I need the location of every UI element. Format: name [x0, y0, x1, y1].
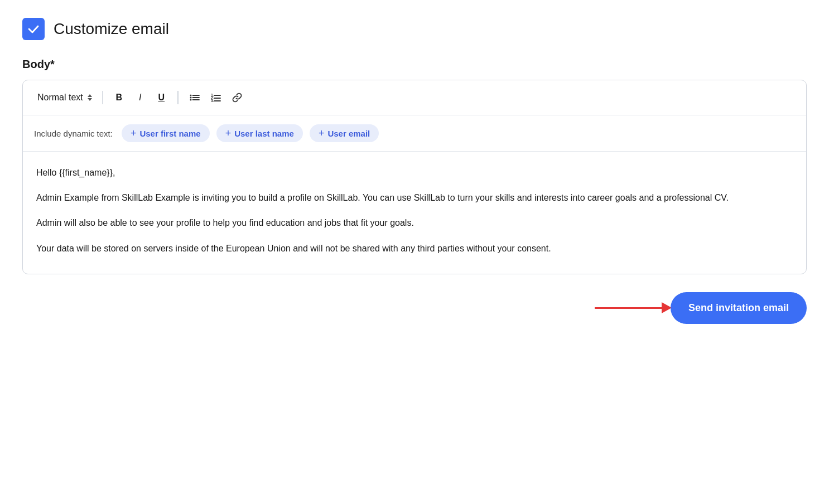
- chip-last-name-label: User last name: [234, 129, 294, 138]
- plus-icon-first-name: +: [131, 128, 137, 138]
- send-invitation-button[interactable]: Send invitation email: [671, 292, 807, 324]
- chip-user-email[interactable]: + User email: [310, 124, 379, 142]
- plus-icon-last-name: +: [225, 128, 232, 138]
- editor-content-area[interactable]: Hello {{first_name}}, Admin Example from…: [23, 152, 806, 274]
- sort-icon: [88, 94, 92, 101]
- arrow-line: [595, 307, 662, 309]
- email-editor: Normal text B I U 1.: [22, 80, 807, 274]
- bullet-list-button[interactable]: [185, 88, 204, 107]
- content-paragraph-1: Hello {{first_name}},: [36, 165, 793, 180]
- footer-row: Send invitation email: [22, 292, 807, 324]
- toolbar-divider-1: [102, 91, 103, 104]
- content-paragraph-2: Admin Example from SkillLab Example is i…: [36, 190, 793, 205]
- svg-text:3.: 3.: [211, 99, 214, 103]
- bullet-list-icon: [189, 92, 200, 103]
- chip-email-label: User email: [327, 129, 370, 138]
- text-style-selector[interactable]: Normal text: [34, 90, 95, 105]
- page-title: Customize email: [54, 20, 169, 38]
- chip-user-last-name[interactable]: + User last name: [216, 124, 303, 142]
- customize-email-checkbox[interactable]: [22, 18, 45, 40]
- page-header: Customize email: [22, 18, 807, 40]
- content-paragraph-4: Your data will be stored on servers insi…: [36, 241, 793, 256]
- numbered-list-icon: 1. 2. 3.: [210, 92, 221, 103]
- text-style-label: Normal text: [37, 93, 83, 103]
- body-label: Body*: [22, 58, 807, 71]
- svg-point-2: [190, 97, 191, 99]
- editor-toolbar: Normal text B I U 1.: [23, 80, 806, 115]
- numbered-list-button[interactable]: 1. 2. 3.: [206, 88, 225, 107]
- svg-point-4: [190, 99, 191, 101]
- dynamic-text-bar: Include dynamic text: + User first name …: [23, 115, 806, 152]
- link-icon: [232, 92, 243, 103]
- arrow-indicator: [595, 302, 672, 313]
- toolbar-divider-2: [177, 91, 179, 104]
- svg-point-0: [190, 95, 191, 96]
- italic-button[interactable]: I: [131, 88, 150, 107]
- underline-button[interactable]: U: [152, 88, 171, 107]
- plus-icon-email: +: [319, 128, 325, 138]
- link-button[interactable]: [228, 88, 247, 107]
- bold-button[interactable]: B: [109, 88, 128, 107]
- chip-user-first-name[interactable]: + User first name: [122, 124, 210, 142]
- dynamic-text-label: Include dynamic text:: [34, 129, 113, 138]
- chip-first-name-label: User first name: [139, 129, 200, 138]
- content-paragraph-3: Admin will also be able to see your prof…: [36, 215, 793, 230]
